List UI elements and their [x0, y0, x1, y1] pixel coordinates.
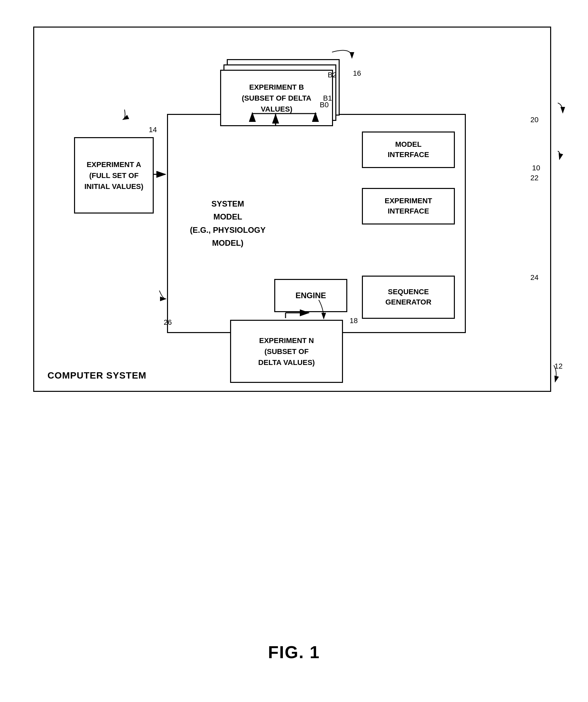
ref-b1: B1 [323, 94, 332, 103]
experiment-n-box: EXPERIMENT N (SUBSET OF DELTA VALUES) [230, 320, 343, 383]
experiment-a-box: EXPERIMENT A (FULL SET OF INITIAL VALUES… [74, 137, 154, 214]
system-model-label: SYSTEM MODEL (E.G., PHYSIOLOGY MODEL) [185, 197, 271, 250]
experiment-interface-box: EXPERIMENT INTERFACE [362, 188, 455, 225]
sequence-generator-box: SEQUENCE GENERATOR [362, 276, 455, 319]
figure-label: FIG. 1 [268, 642, 320, 662]
engine-box: ENGINE [274, 279, 347, 312]
ref-16: 16 [353, 69, 361, 78]
ref-b2: B2 [328, 71, 337, 79]
ref-12: 12 [555, 362, 563, 371]
ref-18: 18 [350, 317, 358, 325]
page: SYSTEM MODEL (E.G., PHYSIOLOGY MODEL) MO… [0, 0, 588, 702]
ref-24: 24 [531, 273, 539, 282]
exp-b-box-b0: EXPERIMENT B (SUBSET OF DELTA VALUES) [220, 70, 333, 126]
ref-22: 22 [531, 174, 539, 182]
model-interface-box: MODEL INTERFACE [362, 131, 455, 168]
system-model-box: SYSTEM MODEL (E.G., PHYSIOLOGY MODEL) MO… [167, 114, 466, 333]
computer-system-box: SYSTEM MODEL (E.G., PHYSIOLOGY MODEL) MO… [33, 26, 551, 392]
ref-26: 26 [164, 318, 171, 327]
computer-system-label: COMPUTER SYSTEM [47, 370, 146, 381]
ref-20: 20 [531, 116, 539, 124]
ref-10: 10 [532, 164, 540, 172]
ref-14: 14 [149, 125, 157, 134]
